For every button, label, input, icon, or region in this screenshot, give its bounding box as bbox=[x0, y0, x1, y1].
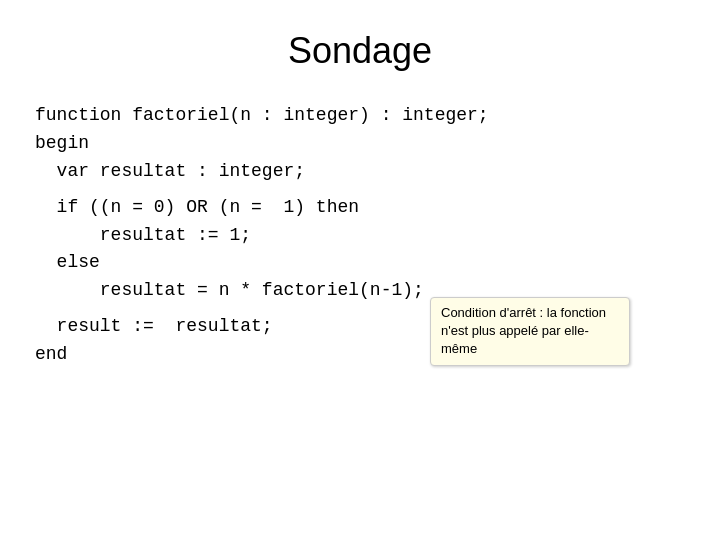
page-title: Sondage bbox=[0, 0, 720, 102]
code-line-5: if ((n = 0) OR (n = 1) then bbox=[35, 194, 720, 222]
code-line-1: function factoriel(n : integer) : intege… bbox=[35, 102, 720, 130]
code-line-3: var resultat : integer; bbox=[35, 158, 720, 186]
code-line-4 bbox=[35, 186, 720, 194]
code-block: function factoriel(n : integer) : intege… bbox=[0, 102, 720, 369]
code-line-6: resultat := 1; bbox=[35, 222, 720, 250]
tooltip-line1: Condition d'arrêt : la fonction bbox=[441, 305, 606, 320]
code-line-2: begin bbox=[35, 130, 720, 158]
tooltip-line2: n'est plus appelé par elle-même bbox=[441, 323, 589, 356]
code-line-7: else bbox=[35, 249, 720, 277]
tooltip: Condition d'arrêt : la fonction n'est pl… bbox=[430, 297, 630, 366]
